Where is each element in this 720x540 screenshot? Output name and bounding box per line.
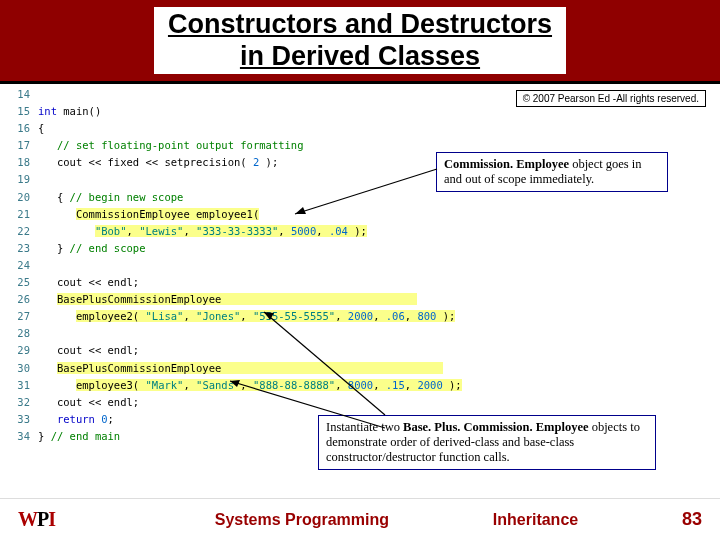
callout-scope: Commission. Employee object goes in and … — [436, 152, 668, 192]
header: Constructors and Destructorsin Derived C… — [0, 0, 720, 84]
page-number: 83 — [682, 509, 702, 530]
slide-title: Constructors and Destructorsin Derived C… — [154, 7, 566, 73]
footer-left: Systems Programming — [215, 511, 389, 529]
callout-instantiate: Instantiate two Base. Plus. Commission. … — [318, 415, 656, 470]
footer-center: Inheritance — [493, 511, 578, 529]
logo: WPI — [18, 508, 55, 531]
code-block: 1415int main()16{17 // set floating-poin… — [10, 86, 462, 445]
footer: WPI Systems Programming Inheritance 83 — [0, 498, 720, 540]
copyright-box: © 2007 Pearson Ed -All rights reserved. — [516, 90, 706, 107]
content-area: © 2007 Pearson Ed -All rights reserved. … — [0, 84, 720, 498]
